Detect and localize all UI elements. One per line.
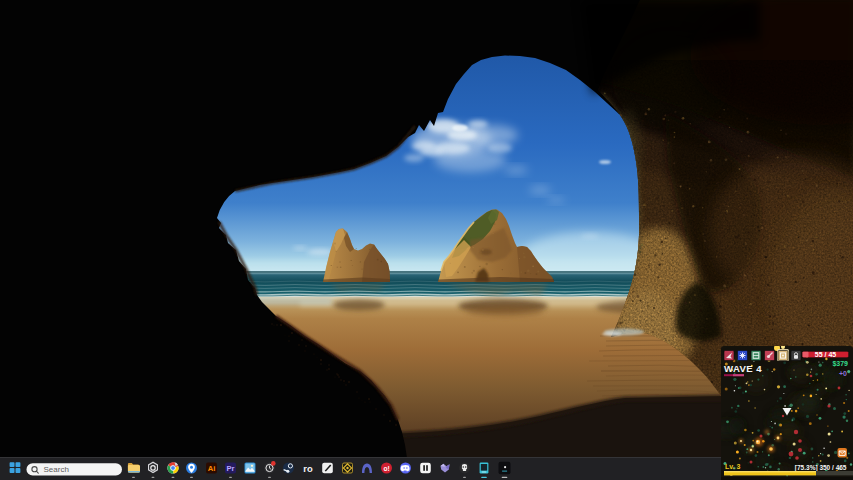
svg-text:Lv. 3: Lv. 3 — [725, 463, 741, 470]
svg-text:WAVE 4: WAVE 4 — [724, 363, 762, 374]
svg-text:ro: ro — [303, 463, 313, 474]
svg-text:+0: +0 — [839, 370, 847, 377]
svg-text:o!: o! — [383, 465, 389, 472]
svg-text:Pr: Pr — [226, 464, 234, 473]
svg-text:$379: $379 — [832, 360, 848, 368]
svg-text:55 / 45: 55 / 45 — [815, 351, 837, 358]
svg-text:Ai: Ai — [208, 464, 216, 473]
svg-text:Search: Search — [44, 465, 69, 474]
svg-text:[75.3%] 350 / 465: [75.3%] 350 / 465 — [795, 464, 847, 472]
